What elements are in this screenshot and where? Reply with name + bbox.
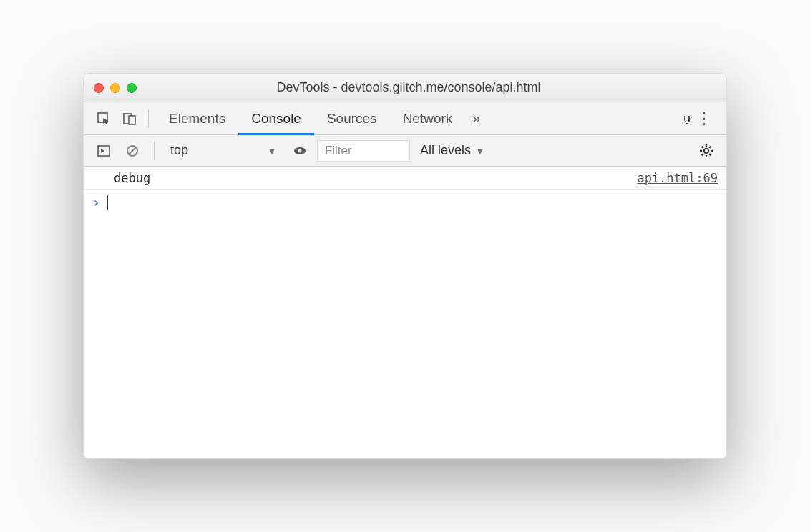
svg-line-16 xyxy=(709,146,711,147)
prompt-chevron-icon: › xyxy=(92,194,100,210)
console-prompt[interactable]: › xyxy=(84,190,726,214)
divider xyxy=(148,109,149,128)
console-toolbar: top ▼ All levels ▼ xyxy=(84,135,726,167)
settings-gear-icon[interactable] xyxy=(695,139,718,162)
console-log-entry: debug api.html:69 xyxy=(84,167,726,190)
toggle-sidebar-icon[interactable] xyxy=(92,139,115,162)
window-title: DevTools - devtools.glitch.me/console/ap… xyxy=(101,80,716,95)
log-message: debug xyxy=(114,171,637,185)
svg-line-13 xyxy=(702,146,703,147)
filter-input[interactable] xyxy=(317,140,410,162)
svg-line-15 xyxy=(702,154,703,155)
context-selector[interactable]: top ▼ xyxy=(165,143,283,158)
panel-tabs: Elements Console Sources Network » xyxy=(156,102,487,134)
window-titlebar: DevTools - devtools.glitch.me/console/ap… xyxy=(84,74,726,102)
caret-down-icon: ▼ xyxy=(267,145,277,157)
more-tabs-button[interactable]: » xyxy=(465,102,487,134)
svg-line-5 xyxy=(129,147,136,154)
levels-label: All levels xyxy=(420,143,471,158)
menu-dots-icon[interactable]: ⋮ xyxy=(691,109,718,128)
tab-console[interactable]: Console xyxy=(238,102,314,134)
devtools-window: DevTools - devtools.glitch.me/console/ap… xyxy=(83,73,727,459)
tab-network[interactable]: Network xyxy=(390,102,466,134)
device-toolbar-icon[interactable] xyxy=(118,107,141,130)
live-expression-icon[interactable] xyxy=(288,139,311,162)
log-source-link[interactable]: api.html:69 xyxy=(637,171,718,185)
svg-line-14 xyxy=(709,154,711,155)
caret-down-icon: ▼ xyxy=(475,145,485,157)
devtools-tabbar: Elements Console Sources Network » ự⋮ xyxy=(84,102,726,135)
inspect-element-icon[interactable] xyxy=(92,107,115,130)
log-levels-selector[interactable]: All levels ▼ xyxy=(416,143,489,158)
svg-point-7 xyxy=(298,149,301,152)
svg-rect-2 xyxy=(129,116,135,124)
svg-point-8 xyxy=(704,148,708,152)
tab-sources[interactable]: Sources xyxy=(314,102,390,134)
console-output: debug api.html:69 › xyxy=(84,167,726,458)
cursor xyxy=(107,195,108,210)
divider xyxy=(154,142,155,160)
context-label: top xyxy=(170,143,188,158)
tab-elements[interactable]: Elements xyxy=(156,102,238,134)
clear-console-icon[interactable] xyxy=(121,139,144,162)
